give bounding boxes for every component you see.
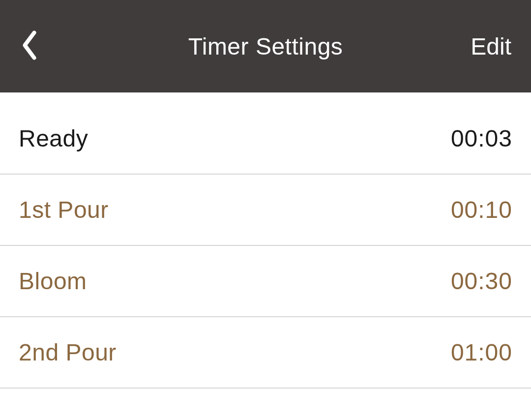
timer-row-time: 00:10 bbox=[451, 196, 512, 223]
timer-row-label: 2nd Pour bbox=[19, 339, 117, 366]
timer-list: Ready 00:03 1st Pour 00:10 Bloom 00:30 2… bbox=[0, 103, 531, 389]
timer-row-label: Bloom bbox=[19, 268, 87, 295]
timer-row-1st-pour[interactable]: 1st Pour 00:10 bbox=[0, 175, 531, 246]
page-title: Timer Settings bbox=[188, 33, 343, 60]
timer-row-bloom[interactable]: Bloom 00:30 bbox=[0, 246, 531, 317]
edit-button[interactable]: Edit bbox=[466, 28, 516, 65]
timer-row-time: 00:30 bbox=[451, 268, 512, 295]
timer-row-time: 01:00 bbox=[451, 339, 512, 366]
header: Timer Settings Edit bbox=[0, 0, 531, 92]
chevron-left-icon bbox=[20, 30, 39, 63]
timer-row-label: Ready bbox=[19, 125, 88, 152]
timer-row-label: 1st Pour bbox=[19, 196, 109, 223]
timer-row-ready[interactable]: Ready 00:03 bbox=[0, 103, 531, 175]
timer-row-2nd-pour[interactable]: 2nd Pour 01:00 bbox=[0, 317, 531, 389]
timer-row-time: 00:03 bbox=[451, 125, 512, 152]
back-button[interactable] bbox=[15, 25, 44, 68]
